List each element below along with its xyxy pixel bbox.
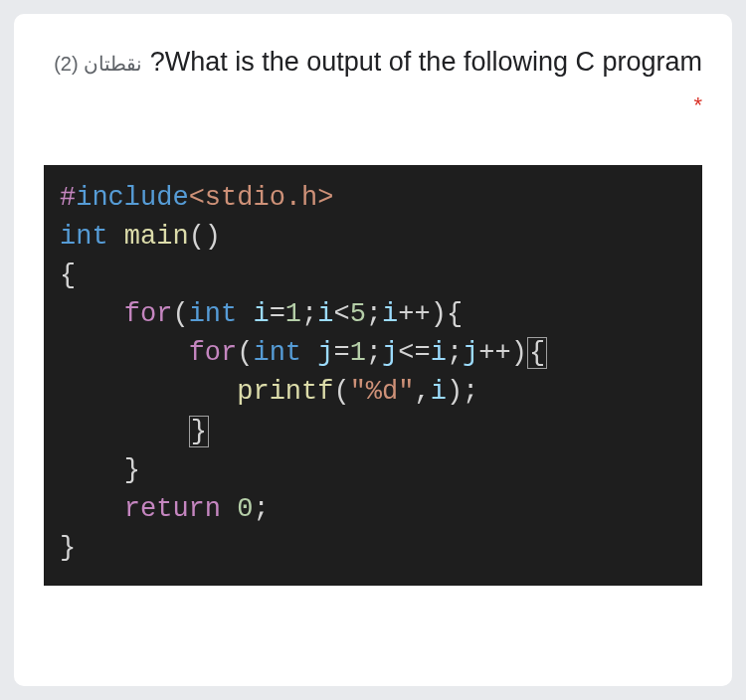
question-text: What is the output of the following C pr… <box>44 42 702 125</box>
code-token: return <box>124 494 221 524</box>
code-token: ) <box>511 338 527 368</box>
code-token: ) <box>447 377 463 407</box>
required-asterisk: * <box>693 92 702 117</box>
code-token: 1 <box>350 338 366 368</box>
code-token: ( <box>333 377 349 407</box>
code-token: } <box>60 533 76 563</box>
code-token: ; <box>447 338 463 368</box>
code-token: = <box>270 299 285 329</box>
code-token: "%d" <box>350 377 415 407</box>
code-token: j <box>317 338 333 368</box>
code-token: include <box>76 183 188 213</box>
code-token: ; <box>253 494 269 524</box>
code-token: i <box>431 338 447 368</box>
question-card: What is the output of the following C pr… <box>14 14 732 686</box>
code-token: ++ <box>478 338 510 368</box>
points-label: نقطتان (2) <box>54 53 142 75</box>
code-token: } <box>124 455 140 485</box>
code-token: ) <box>431 299 447 329</box>
code-token: i <box>317 299 333 329</box>
code-token: ; <box>366 299 382 329</box>
code-token: int <box>189 299 238 329</box>
code-token: { <box>447 299 463 329</box>
code-token: = <box>333 338 349 368</box>
code-token: j <box>463 338 478 368</box>
code-token: ; <box>366 338 382 368</box>
code-token: main <box>124 222 189 252</box>
code-token: , <box>414 377 430 407</box>
code-token: for <box>124 299 173 329</box>
code-token: < <box>333 299 349 329</box>
code-token: j <box>382 338 398 368</box>
code-token: i <box>431 377 447 407</box>
code-token: { <box>60 261 76 290</box>
code-token: ++ <box>398 299 430 329</box>
code-token: i <box>382 299 398 329</box>
question-main: What is the output of the following C pr… <box>150 47 702 77</box>
code-token: () <box>189 222 221 252</box>
code-block: #include<stdio.h> int main() { for(int i… <box>44 165 702 586</box>
code-token: int <box>253 338 301 368</box>
code-token: i <box>253 299 269 329</box>
code-token: ; <box>463 377 478 407</box>
code-token: ( <box>172 299 188 329</box>
code-token: 0 <box>237 494 253 524</box>
code-token: stdio.h <box>205 183 317 213</box>
code-token: # <box>60 183 76 213</box>
code-token: > <box>317 183 333 213</box>
code-token: < <box>189 183 205 213</box>
code-token: int <box>60 222 108 252</box>
code-token: <= <box>398 338 430 368</box>
code-token: } <box>189 416 209 447</box>
code-token: 1 <box>285 299 301 329</box>
code-token: ( <box>237 338 253 368</box>
code-token: ; <box>301 299 317 329</box>
code-token: printf <box>237 377 333 407</box>
code-token: 5 <box>350 299 366 329</box>
code-token: for <box>189 338 238 368</box>
code-token: { <box>527 337 547 369</box>
